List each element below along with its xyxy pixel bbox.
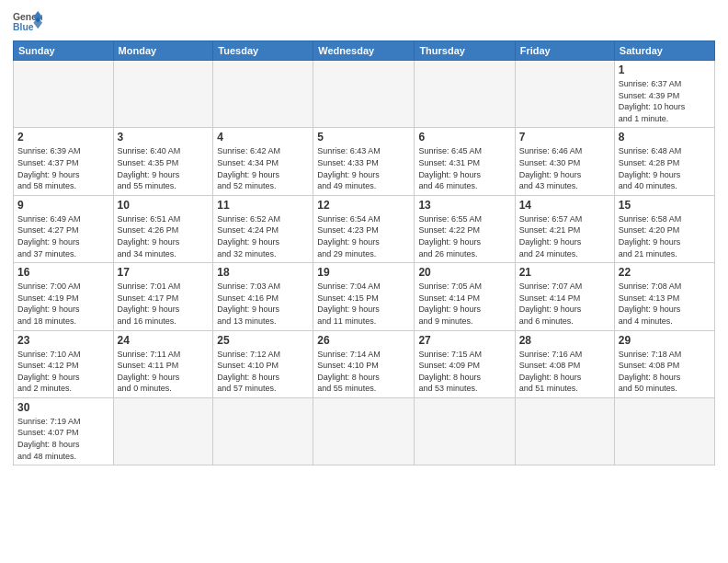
calendar-cell: 1Sunrise: 6:37 AMSunset: 4:39 PMDaylight… — [614, 61, 714, 128]
day-info: Sunrise: 6:57 AMSunset: 4:21 PMDaylight:… — [519, 213, 610, 259]
calendar-cell: 10Sunrise: 6:51 AMSunset: 4:26 PMDayligh… — [113, 195, 213, 262]
day-number: 24 — [118, 334, 210, 347]
day-info: Sunrise: 7:19 AMSunset: 4:07 PMDaylight:… — [17, 416, 109, 462]
calendar-week-row: 16Sunrise: 7:00 AMSunset: 4:19 PMDayligh… — [14, 263, 715, 330]
calendar-cell: 12Sunrise: 6:54 AMSunset: 4:23 PMDayligh… — [313, 195, 415, 262]
day-number: 29 — [619, 334, 711, 347]
day-info: Sunrise: 7:08 AMSunset: 4:13 PMDaylight:… — [619, 281, 711, 327]
day-number: 10 — [118, 199, 210, 212]
page-header: General Blue — [13, 9, 715, 35]
day-number: 17 — [118, 266, 210, 279]
day-number: 27 — [418, 334, 510, 347]
day-info: Sunrise: 7:10 AMSunset: 4:12 PMDaylight:… — [17, 349, 109, 395]
calendar-cell: 29Sunrise: 7:18 AMSunset: 4:08 PMDayligh… — [614, 330, 714, 397]
day-number: 25 — [217, 334, 309, 347]
calendar-header-sunday: Sunday — [14, 41, 114, 61]
calendar-cell: 6Sunrise: 6:45 AMSunset: 4:31 PMDaylight… — [415, 128, 515, 195]
day-number: 23 — [17, 334, 109, 347]
day-info: Sunrise: 7:18 AMSunset: 4:08 PMDaylight:… — [619, 349, 711, 395]
day-info: Sunrise: 6:37 AMSunset: 4:39 PMDaylight:… — [619, 78, 711, 124]
calendar-header-thursday: Thursday — [415, 41, 515, 61]
calendar-cell: 13Sunrise: 6:55 AMSunset: 4:22 PMDayligh… — [415, 195, 515, 262]
day-number: 18 — [217, 266, 309, 279]
day-number: 4 — [217, 131, 309, 144]
day-number: 20 — [418, 266, 510, 279]
calendar-cell — [14, 61, 114, 128]
day-number: 16 — [17, 266, 109, 279]
calendar-cell: 24Sunrise: 7:11 AMSunset: 4:11 PMDayligh… — [113, 330, 213, 397]
calendar-cell — [313, 397, 415, 465]
calendar-cell: 22Sunrise: 7:08 AMSunset: 4:13 PMDayligh… — [614, 263, 714, 330]
day-info: Sunrise: 7:15 AMSunset: 4:09 PMDaylight:… — [418, 349, 510, 395]
calendar-header-tuesday: Tuesday — [213, 41, 313, 61]
calendar-cell: 17Sunrise: 7:01 AMSunset: 4:17 PMDayligh… — [113, 263, 213, 330]
calendar-week-row: 23Sunrise: 7:10 AMSunset: 4:12 PMDayligh… — [14, 330, 715, 397]
calendar-cell: 19Sunrise: 7:04 AMSunset: 4:15 PMDayligh… — [313, 263, 415, 330]
calendar-cell: 20Sunrise: 7:05 AMSunset: 4:14 PMDayligh… — [415, 263, 515, 330]
calendar-cell: 11Sunrise: 6:52 AMSunset: 4:24 PMDayligh… — [213, 195, 313, 262]
calendar-cell — [213, 397, 313, 465]
day-number: 6 — [418, 131, 510, 144]
calendar-cell: 30Sunrise: 7:19 AMSunset: 4:07 PMDayligh… — [14, 397, 114, 465]
calendar-cell: 9Sunrise: 6:49 AMSunset: 4:27 PMDaylight… — [14, 195, 114, 262]
calendar-cell: 26Sunrise: 7:14 AMSunset: 4:10 PMDayligh… — [313, 330, 415, 397]
calendar-cell: 8Sunrise: 6:48 AMSunset: 4:28 PMDaylight… — [614, 128, 714, 195]
day-info: Sunrise: 6:46 AMSunset: 4:30 PMDaylight:… — [519, 145, 610, 191]
calendar-cell — [313, 61, 415, 128]
day-info: Sunrise: 7:07 AMSunset: 4:14 PMDaylight:… — [519, 281, 610, 327]
day-number: 1 — [619, 63, 711, 76]
day-info: Sunrise: 6:43 AMSunset: 4:33 PMDaylight:… — [317, 145, 410, 191]
calendar-cell: 5Sunrise: 6:43 AMSunset: 4:33 PMDaylight… — [313, 128, 415, 195]
calendar-cell — [113, 61, 213, 128]
day-info: Sunrise: 7:04 AMSunset: 4:15 PMDaylight:… — [317, 281, 410, 327]
day-info: Sunrise: 6:40 AMSunset: 4:35 PMDaylight:… — [118, 145, 210, 191]
calendar-cell — [515, 397, 614, 465]
calendar-cell: 3Sunrise: 6:40 AMSunset: 4:35 PMDaylight… — [113, 128, 213, 195]
day-info: Sunrise: 7:12 AMSunset: 4:10 PMDaylight:… — [217, 349, 309, 395]
day-number: 5 — [317, 131, 410, 144]
calendar-table: SundayMondayTuesdayWednesdayThursdayFrid… — [13, 40, 715, 465]
day-number: 12 — [317, 199, 410, 212]
calendar-week-row: 9Sunrise: 6:49 AMSunset: 4:27 PMDaylight… — [14, 195, 715, 262]
day-info: Sunrise: 7:14 AMSunset: 4:10 PMDaylight:… — [317, 349, 410, 395]
day-info: Sunrise: 6:54 AMSunset: 4:23 PMDaylight:… — [317, 213, 410, 259]
day-info: Sunrise: 6:42 AMSunset: 4:34 PMDaylight:… — [217, 145, 309, 191]
calendar-cell: 27Sunrise: 7:15 AMSunset: 4:09 PMDayligh… — [415, 330, 515, 397]
calendar-cell — [213, 61, 313, 128]
day-info: Sunrise: 6:51 AMSunset: 4:26 PMDaylight:… — [118, 213, 210, 259]
calendar-cell: 21Sunrise: 7:07 AMSunset: 4:14 PMDayligh… — [515, 263, 614, 330]
day-number: 21 — [519, 266, 610, 279]
calendar-cell: 23Sunrise: 7:10 AMSunset: 4:12 PMDayligh… — [14, 330, 114, 397]
calendar-week-row: 2Sunrise: 6:39 AMSunset: 4:37 PMDaylight… — [14, 128, 715, 195]
day-info: Sunrise: 7:03 AMSunset: 4:16 PMDaylight:… — [217, 281, 309, 327]
day-info: Sunrise: 6:45 AMSunset: 4:31 PMDaylight:… — [418, 145, 510, 191]
svg-text:Blue: Blue — [13, 22, 34, 32]
calendar-cell — [415, 397, 515, 465]
calendar-cell: 7Sunrise: 6:46 AMSunset: 4:30 PMDaylight… — [515, 128, 614, 195]
day-info: Sunrise: 6:48 AMSunset: 4:28 PMDaylight:… — [619, 145, 711, 191]
day-number: 14 — [519, 199, 610, 212]
day-info: Sunrise: 7:05 AMSunset: 4:14 PMDaylight:… — [418, 281, 510, 327]
general-blue-logo-icon: General Blue — [13, 9, 42, 35]
calendar-cell: 14Sunrise: 6:57 AMSunset: 4:21 PMDayligh… — [515, 195, 614, 262]
day-info: Sunrise: 6:39 AMSunset: 4:37 PMDaylight:… — [17, 145, 109, 191]
day-number: 26 — [317, 334, 410, 347]
day-number: 11 — [217, 199, 309, 212]
day-number: 13 — [418, 199, 510, 212]
day-number: 2 — [17, 131, 109, 144]
calendar-header-row: SundayMondayTuesdayWednesdayThursdayFrid… — [14, 41, 715, 61]
calendar-cell: 15Sunrise: 6:58 AMSunset: 4:20 PMDayligh… — [614, 195, 714, 262]
calendar-cell: 25Sunrise: 7:12 AMSunset: 4:10 PMDayligh… — [213, 330, 313, 397]
day-number: 28 — [519, 334, 610, 347]
day-number: 8 — [619, 131, 711, 144]
day-info: Sunrise: 6:52 AMSunset: 4:24 PMDaylight:… — [217, 213, 309, 259]
calendar-week-row: 1Sunrise: 6:37 AMSunset: 4:39 PMDaylight… — [14, 61, 715, 128]
calendar-cell: 16Sunrise: 7:00 AMSunset: 4:19 PMDayligh… — [14, 263, 114, 330]
calendar-cell: 18Sunrise: 7:03 AMSunset: 4:16 PMDayligh… — [213, 263, 313, 330]
calendar-cell — [415, 61, 515, 128]
calendar-week-row: 30Sunrise: 7:19 AMSunset: 4:07 PMDayligh… — [14, 397, 715, 465]
day-number: 15 — [619, 199, 711, 212]
calendar-header-wednesday: Wednesday — [313, 41, 415, 61]
logo: General Blue — [13, 9, 42, 35]
day-info: Sunrise: 7:00 AMSunset: 4:19 PMDaylight:… — [17, 281, 109, 327]
